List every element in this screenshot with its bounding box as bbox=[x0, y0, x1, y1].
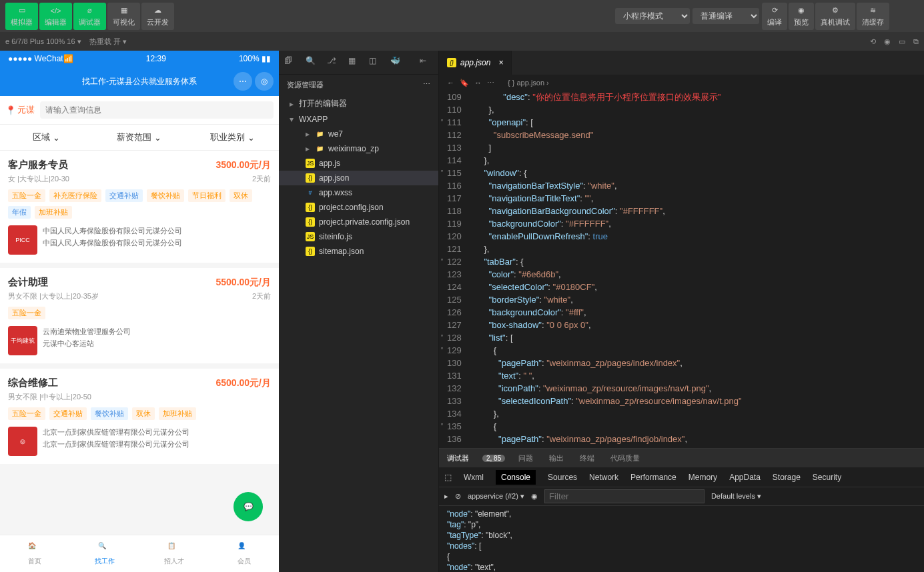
dt-network[interactable]: Network bbox=[589, 473, 618, 482]
dt-sources[interactable]: Sources bbox=[548, 473, 577, 482]
file-label: project.config.json bbox=[319, 203, 384, 212]
simulator-button[interactable]: ▭模拟器 bbox=[5, 3, 38, 30]
compile-button[interactable]: ⟳编译 bbox=[762, 3, 787, 30]
editor-tab-appjson[interactable]: {} app.json × bbox=[439, 51, 512, 75]
sub-icon[interactable]: ◉ bbox=[884, 37, 891, 46]
tab-2[interactable]: 📋招人才 bbox=[139, 535, 209, 572]
carrier-label: ●●●●● WeChat📶 bbox=[8, 54, 73, 63]
console-output[interactable]: "node": "element", "tag": "p", "tagType"… bbox=[439, 506, 924, 572]
dt-appdata[interactable]: AppData bbox=[729, 473, 761, 482]
clear-icon[interactable]: ⊘ bbox=[455, 492, 461, 501]
device-select[interactable]: e 6/7/8 Plus 100% 16 ▾ bbox=[5, 37, 81, 46]
more-icon[interactable]: ⋯ bbox=[487, 79, 494, 87]
clear-cache-button[interactable]: ≋清缓存 bbox=[857, 3, 889, 30]
clock-label: 12:39 bbox=[146, 54, 166, 63]
tab-icon: 🔍 bbox=[98, 542, 111, 555]
cloud-icon: ☁ bbox=[153, 5, 163, 16]
file-app.wxss[interactable]: #app.wxss bbox=[279, 185, 438, 200]
job-card[interactable]: 客户服务专员3500.00元/月 女 |大专以上|20-302天前 五险一金补充… bbox=[0, 151, 279, 263]
tab-1[interactable]: 🔍找工作 bbox=[70, 535, 140, 572]
debugger-button[interactable]: ⌀调试器 bbox=[73, 3, 106, 30]
tab-output[interactable]: 输出 bbox=[546, 453, 566, 463]
console-line: "node": "element", bbox=[447, 509, 916, 519]
file-weixinmao_zp[interactable]: ▸📁weixinmao_zp bbox=[279, 141, 438, 156]
dt-performance[interactable]: Performance bbox=[630, 473, 676, 482]
capsule-close-icon[interactable]: ◎ bbox=[255, 72, 274, 91]
job-tag: 餐饮补贴 bbox=[91, 407, 128, 420]
console-filter[interactable] bbox=[544, 489, 705, 503]
levels-select[interactable]: Default levels ▾ bbox=[711, 492, 761, 501]
files-icon[interactable]: 🗐 bbox=[284, 56, 298, 69]
filter-region[interactable]: 区域 ⌄ bbox=[0, 125, 93, 150]
code-editor[interactable]: 109110˅111112113114˅11511611711811912012… bbox=[439, 91, 924, 448]
tab-debugger[interactable]: 调试器 bbox=[444, 453, 472, 463]
json-icon: {} bbox=[306, 217, 315, 227]
docker-icon[interactable]: 🐳 bbox=[390, 56, 404, 69]
capsule-more-icon[interactable]: ⋯ bbox=[234, 72, 252, 91]
tab-quality[interactable]: 代码质量 bbox=[608, 453, 642, 463]
open-editors-section[interactable]: ▸打开的编辑器 bbox=[279, 95, 438, 112]
context-select[interactable]: appservice (#2) ▾ bbox=[468, 492, 524, 501]
file-we7[interactable]: ▸📁we7 bbox=[279, 127, 438, 141]
hotreload-toggle[interactable]: 热重载 开 ▾ bbox=[89, 37, 127, 47]
wxss-icon: # bbox=[306, 188, 315, 197]
file-project.config.json[interactable]: {}project.config.json bbox=[279, 200, 438, 215]
sub-icon[interactable]: ▭ bbox=[899, 37, 905, 46]
preview-button[interactable]: ◉预览 bbox=[789, 3, 814, 30]
job-card[interactable]: 会计助理5500.00元/月 男女不限 |大专以上|20-35岁2天前 五险一金… bbox=[0, 268, 279, 363]
job-tag: 交通补贴 bbox=[105, 189, 143, 202]
file-project.private.config.json[interactable]: {}project.private.config.json bbox=[279, 215, 438, 229]
forward-icon[interactable]: ↔ bbox=[474, 79, 482, 87]
file-app.js[interactable]: JSapp.js bbox=[279, 156, 438, 171]
file-label: project.private.config.json bbox=[319, 217, 410, 227]
project-section[interactable]: ▾WXAPP bbox=[279, 112, 438, 127]
file-siteinfo.js[interactable]: JSsiteinfo.js bbox=[279, 229, 438, 244]
search-icon[interactable]: 🔍 bbox=[306, 56, 319, 69]
branch-icon[interactable]: ⎇ bbox=[327, 56, 340, 69]
collapse-icon[interactable]: ⇤ bbox=[420, 56, 433, 69]
inspect-icon[interactable]: ⬚ bbox=[444, 473, 452, 482]
filter-category[interactable]: 职业类别 ⌄ bbox=[186, 125, 279, 150]
bookmark-icon[interactable]: 🔖 bbox=[460, 79, 469, 87]
breadcrumb[interactable]: ← 🔖 ↔ ⋯ { } app.json › bbox=[439, 75, 924, 91]
play-icon[interactable]: ▸ bbox=[444, 492, 448, 501]
chat-fab[interactable]: 💬 bbox=[234, 492, 263, 521]
dt-storage[interactable]: Storage bbox=[773, 473, 801, 482]
visual-button[interactable]: ▦可视化 bbox=[107, 3, 140, 30]
cloud-button[interactable]: ☁云开发 bbox=[141, 3, 174, 30]
tab-terminal[interactable]: 终端 bbox=[577, 453, 597, 463]
tab-3[interactable]: 👤会员 bbox=[209, 535, 280, 572]
tab-0[interactable]: 🏠首页 bbox=[0, 535, 70, 572]
dt-console[interactable]: Console bbox=[496, 470, 536, 485]
tab-problems[interactable]: 问题 bbox=[516, 453, 536, 463]
explorer-header: 资源管理器⋯ bbox=[279, 75, 438, 95]
more-icon[interactable]: ⋯ bbox=[423, 80, 430, 90]
job-tag: 五险一金 bbox=[8, 189, 45, 202]
eye-icon[interactable]: ◉ bbox=[531, 492, 538, 501]
search-input[interactable] bbox=[40, 101, 274, 119]
ext-icon[interactable]: ▦ bbox=[348, 56, 362, 69]
chevron-down-icon: ⌄ bbox=[53, 133, 60, 143]
job-list[interactable]: 客户服务专员3500.00元/月 女 |大专以上|20-302天前 五险一金补充… bbox=[0, 151, 279, 535]
editor-button[interactable]: </>编辑器 bbox=[39, 3, 72, 30]
location-button[interactable]: 📍元谋 bbox=[5, 104, 35, 116]
sub-icon[interactable]: ⟲ bbox=[870, 37, 876, 46]
dt-security[interactable]: Security bbox=[813, 473, 841, 482]
back-icon[interactable]: ← bbox=[447, 79, 454, 87]
job-card[interactable]: 综合维修工6500.00元/月 男女不限 |中专以上|20-50 五险一金交通补… bbox=[0, 369, 279, 464]
explorer-pane: 🗐 🔍 ⎇ ▦ ◫ 🐳 ⇤ 资源管理器⋯ ▸打开的编辑器 ▾WXAPP ▸📁we… bbox=[279, 51, 439, 572]
mode-select[interactable]: 小程序模式 bbox=[615, 8, 690, 24]
file-sitemap.json[interactable]: {}sitemap.json bbox=[279, 244, 438, 259]
job-time: 2天前 bbox=[252, 291, 271, 301]
compile-select[interactable]: 普通编译 bbox=[692, 8, 759, 24]
file-app.json[interactable]: {}app.json bbox=[279, 171, 438, 185]
dt-memory[interactable]: Memory bbox=[688, 473, 717, 482]
filter-salary[interactable]: 薪资范围 ⌄ bbox=[93, 125, 185, 150]
remote-debug-button[interactable]: ⚙真机调试 bbox=[815, 3, 855, 30]
json-icon: {} bbox=[306, 203, 315, 212]
db-icon[interactable]: ◫ bbox=[369, 56, 382, 69]
sub-icon[interactable]: ⧉ bbox=[913, 37, 919, 46]
close-icon[interactable]: × bbox=[498, 58, 503, 67]
company-name: 云南迪荣物业管理服务公司 bbox=[43, 326, 131, 338]
dt-wxml[interactable]: Wxml bbox=[464, 473, 484, 482]
